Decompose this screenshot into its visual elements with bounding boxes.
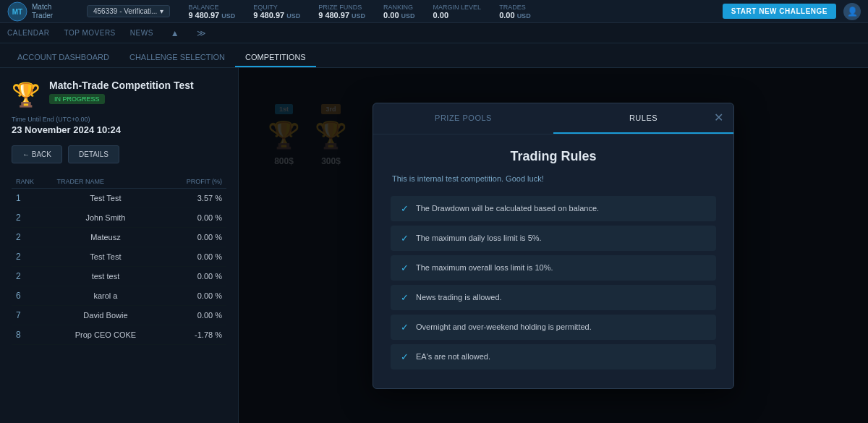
rules-modal: PRIZE POOLS RULES ✕ Trading Rules This i… — [373, 103, 734, 389]
rule-check-icon: ✓ — [401, 322, 409, 333]
time-until-label: Time Until End (UTC+0.00) — [12, 116, 226, 123]
ranking-label: RANKING — [383, 4, 413, 11]
logo-icon: MT — [7, 1, 27, 22]
trophy-icon: 🏆 — [12, 81, 41, 108]
rule-check-icon: ✓ — [401, 262, 409, 273]
equity-label: EQUITY — [253, 4, 278, 11]
svg-text:MT: MT — [12, 8, 22, 16]
rule-item: ✓EA's are not allowed. — [391, 344, 716, 369]
competition-title: Match-Trade Competition Test — [49, 80, 194, 91]
ranking-stat: RANKING 0.00 USD — [383, 4, 415, 20]
balance-value: 9 480.97 USD — [188, 11, 235, 20]
start-new-challenge-button[interactable]: START NEW CHALLENGE — [723, 4, 836, 19]
cell-rank: 7 — [12, 306, 52, 325]
rules-list: ✓The Drawdown will be calculated based o… — [391, 196, 716, 369]
cell-profit: 0.00 % — [158, 267, 226, 286]
tab-challenge-selection[interactable]: CHALLENGE SELECTION — [119, 48, 235, 67]
rule-text: The maximum overall loss limit is 10%. — [416, 263, 553, 272]
header-right: START NEW CHALLENGE 👤 — [723, 3, 861, 20]
main-content: 🏆 Match-Trade Competition Test IN PROGRE… — [0, 68, 868, 423]
col-rank: RANK — [12, 175, 52, 189]
modal-body: Trading Rules This is internal test comp… — [373, 134, 733, 388]
table-row: 1Test Test3.57 % — [12, 189, 226, 208]
rule-check-icon: ✓ — [401, 203, 409, 214]
cell-trader-name: karol a — [52, 286, 158, 306]
subnav-item-top-movers[interactable]: TOP MOVERS — [64, 25, 115, 41]
trades-label: TRADES — [499, 4, 526, 11]
table-row: 2John Smith0.00 % — [12, 208, 226, 228]
modal-close-button[interactable]: ✕ — [714, 112, 723, 124]
logo-area: MT MatchTrader — [7, 1, 80, 22]
margin-level-label: MARGIN LEVEL — [433, 4, 482, 11]
page-tabs: ACCOUNT DASHBOARD CHALLENGE SELECTION CO… — [0, 43, 868, 68]
table-row: 2Mateusz0.00 % — [12, 228, 226, 247]
equity-stat: EQUITY 9 480.97 USD — [253, 4, 300, 20]
rule-check-icon: ✓ — [401, 233, 409, 244]
right-content: 1st 🏆 800$ 3rd 🏆 300$ PRIZE POOLS RULES … — [239, 68, 868, 423]
cell-trader-name: test test — [52, 267, 158, 286]
account-dropdown-icon: ▾ — [160, 7, 163, 15]
rule-check-icon: ✓ — [401, 351, 409, 362]
rule-text: Overnight and over-weekend holding is pe… — [416, 322, 592, 331]
rule-item: ✓The Drawdown will be calculated based o… — [391, 196, 716, 221]
table-row: 7David Bowie0.00 % — [12, 306, 226, 325]
cell-trader-name: Mateusz — [52, 228, 158, 247]
account-selector[interactable]: 456339 - Verificati... ▾ — [87, 5, 170, 17]
trades-stat: TRADES 0.00 USD — [499, 4, 531, 20]
ranking-value: 0.00 USD — [383, 11, 415, 20]
cell-profit: 0.00 % — [158, 286, 226, 306]
cell-rank: 8 — [12, 325, 52, 345]
cell-profit: -1.78 % — [158, 325, 226, 345]
prize-funds-label: PRIZE FUNDS — [318, 4, 362, 11]
cell-rank: 2 — [12, 208, 52, 228]
modal-tabs: PRIZE POOLS RULES — [373, 103, 733, 134]
leaderboard-table: RANK TRADER NAME PROFIT (%) 1Test Test3.… — [12, 175, 226, 345]
cell-trader-name: Test Test — [52, 189, 158, 208]
rule-item: ✓News trading is allowed. — [391, 285, 716, 310]
cell-profit: 0.00 % — [158, 208, 226, 228]
modal-title: Trading Rules — [391, 149, 716, 164]
cell-trader-name: Prop CEO COKE — [52, 325, 158, 345]
balance-stat: BALANCE 9 480.97 USD — [188, 4, 235, 20]
cell-rank: 6 — [12, 286, 52, 306]
logo-text: MatchTrader — [32, 3, 53, 20]
avatar[interactable]: 👤 — [843, 3, 861, 20]
col-profit: PROFIT (%) — [158, 175, 226, 189]
tab-competitions[interactable]: COMPETITIONS — [235, 48, 316, 67]
margin-level-value: 0.00 — [433, 11, 448, 20]
end-date: 23 November 2024 10:24 — [12, 124, 226, 135]
cell-trader-name: David Bowie — [52, 306, 158, 325]
rule-item: ✓The maximum overall loss limit is 10%. — [391, 255, 716, 281]
table-row: 8Prop CEO COKE-1.78 % — [12, 325, 226, 345]
rule-text: EA's are not allowed. — [416, 352, 490, 361]
table-row: 2Test Test0.00 % — [12, 247, 226, 267]
top-header: MT MatchTrader 456339 - Verificati... ▾ … — [0, 0, 868, 23]
rule-check-icon: ✓ — [401, 292, 409, 303]
competition-header: 🏆 Match-Trade Competition Test IN PROGRE… — [12, 80, 226, 108]
cell-trader-name: John Smith — [52, 208, 158, 228]
subnav-item-calendar[interactable]: CALENDAR — [7, 25, 49, 41]
cell-rank: 2 — [12, 228, 52, 247]
cell-rank: 2 — [12, 247, 52, 267]
modal-subtitle: This is internal test competition. Good … — [391, 174, 716, 183]
equity-value: 9 480.97 USD — [253, 11, 300, 20]
tab-account-dashboard[interactable]: ACCOUNT DASHBOARD — [7, 48, 119, 67]
collapse-icon[interactable]: ▲ — [171, 28, 179, 38]
status-badge: IN PROGRESS — [49, 94, 105, 104]
cell-profit: 0.00 % — [158, 247, 226, 267]
col-trader-name: TRADER NAME — [52, 175, 158, 189]
prize-funds-stat: PRIZE FUNDS 9 480.97 USD — [318, 4, 365, 20]
table-row: 6karol a0.00 % — [12, 286, 226, 306]
rule-text: News trading is allowed. — [416, 293, 502, 302]
subnav-item-news[interactable]: NEWS — [130, 25, 153, 41]
cell-profit: 0.00 % — [158, 306, 226, 325]
table-row: 2test test0.00 % — [12, 267, 226, 286]
modal-tab-rules[interactable]: RULES — [553, 103, 733, 134]
cell-rank: 1 — [12, 189, 52, 208]
details-button[interactable]: DETAILS — [68, 145, 119, 163]
back-button[interactable]: ← BACK — [12, 145, 62, 163]
expand-more-icon: ≫ — [197, 28, 206, 38]
sub-nav: CALENDAR TOP MOVERS NEWS ▲ ≫ — [0, 23, 868, 43]
cell-profit: 3.57 % — [158, 189, 226, 208]
modal-tab-prize-pools[interactable]: PRIZE POOLS — [373, 103, 553, 134]
